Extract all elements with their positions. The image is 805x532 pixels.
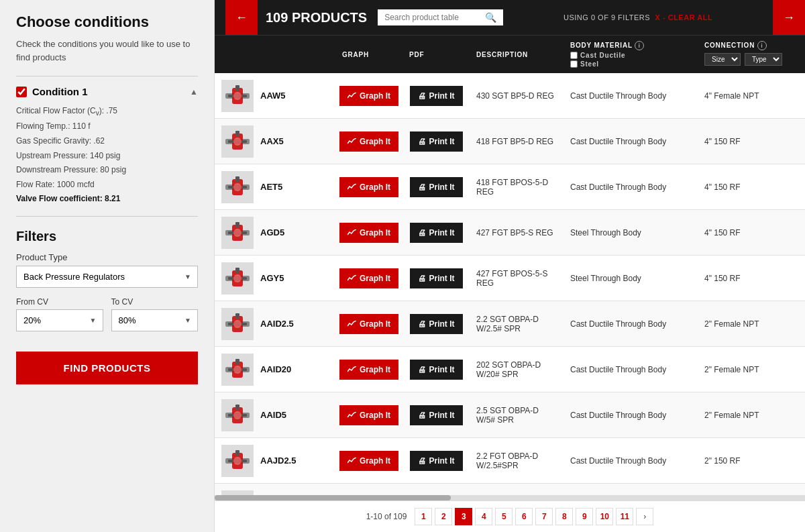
cast-ductile-checkbox[interactable] [570, 52, 578, 59]
product-cell-1: AAX5 [215, 120, 335, 163]
svg-rect-27 [235, 268, 239, 273]
connection-cell-5: 2" Female NPT [698, 314, 805, 334]
body-material-info-icon[interactable]: i [635, 41, 644, 50]
connection-cell-2: 4" 150 RF [698, 177, 805, 197]
product-cell-4: AGY5 [215, 257, 335, 300]
connection-type-select[interactable]: Type [745, 53, 782, 66]
graph-button-5[interactable]: Graph It [339, 314, 398, 334]
th-product [215, 36, 335, 73]
to-cv-wrapper: 60% 70% 80% 90% 100% [111, 309, 199, 331]
svg-rect-47 [241, 414, 247, 417]
body-material-cell-0: Cast Ductile Through Body [564, 86, 698, 106]
graph-icon [347, 275, 356, 282]
svg-point-20 [233, 229, 241, 237]
page-btn-9[interactable]: 9 [576, 508, 593, 525]
page-btn-2[interactable]: 2 [435, 508, 452, 525]
svg-rect-22 [228, 231, 233, 234]
printer-icon: 🖨 [418, 456, 426, 466]
to-cv-select[interactable]: 60% 70% 80% 90% 100% [111, 309, 199, 331]
next-arrow[interactable]: → [773, 0, 805, 35]
graph-button-3[interactable]: Graph It [339, 223, 398, 243]
connection-size-select[interactable]: Size [704, 53, 741, 66]
printer-icon: 🖨 [418, 228, 426, 237]
svg-rect-5 [241, 95, 247, 97]
connection-label: CONNECTION i [704, 41, 767, 50]
page-btn-5[interactable]: 5 [495, 508, 513, 525]
product-image-3 [221, 217, 254, 249]
connection-info-icon[interactable]: i [757, 41, 767, 50]
product-image-8 [221, 445, 254, 477]
graph-button-8[interactable]: Graph It [339, 451, 398, 471]
graph-button-1[interactable]: Graph It [339, 131, 398, 152]
svg-rect-17 [241, 186, 247, 189]
product-image-5 [221, 308, 254, 340]
product-image-1 [221, 125, 254, 158]
svg-rect-34 [228, 323, 233, 325]
svg-rect-23 [241, 231, 247, 234]
product-type-label: Product Type [16, 252, 198, 262]
graph-button-6[interactable]: Graph It [339, 360, 398, 380]
print-button-2[interactable]: 🖨 Print It [410, 177, 463, 197]
svg-rect-9 [235, 131, 239, 136]
clear-all-button[interactable]: X - CLEAR ALL [655, 13, 713, 21]
print-button-4[interactable]: 🖨 Print It [410, 268, 463, 288]
prev-arrow[interactable]: ← [225, 0, 258, 35]
page-btn-11[interactable]: 11 [616, 508, 633, 525]
graph-button-4[interactable]: Graph It [339, 268, 398, 288]
page-btn-4[interactable]: 4 [475, 508, 492, 525]
find-products-button[interactable]: Find Products [16, 352, 198, 384]
print-button-6[interactable]: 🖨 Print It [410, 360, 463, 380]
connection-cell-1: 4" 150 RF [698, 131, 805, 152]
search-input[interactable] [384, 13, 485, 22]
condition-details: Critical Flow Factor (Cv): .75 Flowing T… [16, 104, 198, 207]
page-btn-8[interactable]: 8 [555, 508, 573, 525]
body-material-cell-4: Steel Through Body [564, 268, 698, 288]
to-cv-col: To CV 60% 70% 80% 90% 100% [111, 297, 199, 341]
printer-icon: 🖨 [418, 91, 426, 101]
print-button-1[interactable]: 🖨 Print It [410, 131, 463, 152]
top-bar: ← 109 PRODUCTS 🔍 USING 0 OF 9 FILTERS X … [215, 0, 805, 35]
print-button-0[interactable]: 🖨 Print It [410, 86, 463, 106]
svg-rect-39 [235, 359, 239, 364]
connection-controls: Size Type [704, 53, 782, 66]
page-btn-10[interactable]: 10 [596, 508, 613, 525]
print-button-8[interactable]: 🖨 Print It [410, 451, 463, 471]
graph-button-2[interactable]: Graph It [339, 177, 398, 197]
svg-rect-35 [241, 323, 247, 325]
product-name-7: AAID5 [260, 410, 286, 420]
pdf-cell-2: 🖨 Print It [402, 172, 470, 203]
body-material-cell-8: Cast Ductile Through Body [564, 451, 698, 471]
print-button-5[interactable]: 🖨 Print It [410, 314, 463, 334]
page-btn-3[interactable]: 3 [455, 508, 472, 525]
svg-point-44 [233, 411, 241, 419]
page-btn-6[interactable]: 6 [515, 508, 533, 525]
product-type-select[interactable]: Back Pressure Regulators Pressure Regula… [16, 266, 198, 288]
condition-detail-6: Flow Rate: 1000 mcfd [16, 178, 198, 193]
description-cell-4: 427 FGT BPOS-5-S REG [470, 264, 564, 293]
page-next-button[interactable]: › [636, 508, 653, 525]
page-btn-1[interactable]: 1 [415, 508, 432, 525]
body-material-filters: Cast Ductile Steel [570, 52, 625, 68]
print-button-3[interactable]: 🖨 Print It [410, 223, 463, 243]
graph-cell-0: Graph It [335, 81, 402, 111]
connection-cell-4: 4" 150 RF [698, 268, 805, 288]
graph-button-7[interactable]: Graph It [339, 405, 398, 425]
product-cell-7: AAID5 [215, 394, 335, 437]
product-name-2: AET5 [260, 182, 282, 192]
product-name-3: AGD5 [260, 227, 284, 237]
page-btn-7[interactable]: 7 [535, 508, 553, 525]
svg-rect-53 [241, 460, 247, 462]
graph-cell-8: Graph It [335, 445, 402, 476]
graph-button-0[interactable]: Graph It [339, 86, 398, 106]
condition-chevron[interactable]: ▲ [190, 87, 198, 97]
print-button-7[interactable]: 🖨 Print It [410, 405, 463, 425]
condition-checkbox[interactable] [16, 87, 27, 97]
table-header: GRAPH PDF DESCRIPTION BODY MATERIAL i Ca… [215, 35, 805, 73]
table-row: AAID5 Graph It 🖨 Print It 2.5 SGT OBPA-D… [215, 392, 805, 438]
svg-rect-41 [241, 368, 247, 371]
table-body: AAW5 Graph It 🖨 Print It 430 SGT BP5-D R… [215, 73, 805, 495]
body-material-cell-6: Cast Ductile Through Body [564, 360, 698, 380]
from-cv-select[interactable]: 10% 20% 30% 40% 50% [16, 309, 103, 331]
steel-checkbox[interactable] [570, 60, 578, 68]
svg-point-2 [233, 92, 241, 100]
